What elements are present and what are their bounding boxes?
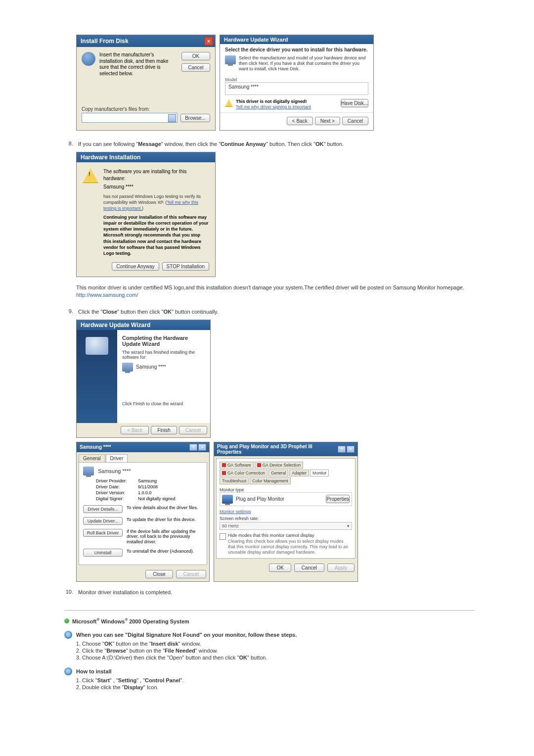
finish-button[interactable]: Finish [151, 426, 177, 434]
tab-driver[interactable]: Driver [106, 454, 128, 462]
monitor-large-icon [86, 337, 108, 355]
copy-from-label: Copy manufacturer's files from: [82, 106, 210, 112]
tab-adapter[interactable]: Adapter [289, 470, 309, 476]
rollback-driver-button[interactable]: Roll Back Driver [83, 529, 123, 537]
completing-wizard-dialog: Hardware Update Wizard Completing the Ha… [76, 320, 211, 438]
ifd-title: Install From Disk [81, 38, 129, 45]
apply-button: Apply [327, 564, 355, 572]
chevron-down-icon: ▾ [347, 523, 350, 528]
tab-general[interactable]: General [79, 454, 105, 462]
samsung-properties-dialog: Samsung **** ?× General Driver Samsung *… [76, 442, 210, 582]
tab-monitor[interactable]: Monitor [310, 470, 329, 476]
ok-button[interactable]: OK [269, 564, 291, 572]
back-button[interactable]: < Back [287, 117, 313, 125]
cancel-button[interactable]: Cancel [181, 63, 210, 72]
warning-icon [225, 99, 233, 107]
model-value: Samsung **** [225, 82, 368, 95]
model-label: Model [225, 77, 368, 82]
monitor-icon [222, 495, 233, 504]
close-icon[interactable]: × [204, 37, 213, 46]
back-button: < Back [121, 426, 149, 434]
install-from-disk-dialog: Install From Disk × Insert the manufactu… [76, 35, 216, 131]
monitor-settings-link[interactable]: Monitor settings [220, 509, 352, 514]
hide-modes-checkbox[interactable] [220, 533, 226, 540]
uninstall-button[interactable]: Uninstall [83, 549, 123, 557]
copy-from-combo[interactable] [82, 113, 178, 123]
step-10: 10. Monitor driver installation is compl… [64, 589, 475, 596]
tab-general[interactable]: General [268, 470, 288, 476]
hardware-update-wizard-select: Hardware Update Wizard Select the device… [220, 35, 374, 131]
cancel-button: Cancel [176, 570, 206, 578]
separator [64, 610, 475, 611]
cancel-button: Cancel [179, 426, 207, 434]
samsung-link[interactable]: http://www.samsung.com/ [76, 292, 138, 298]
monitor-icon [225, 55, 236, 64]
gear-icon [64, 667, 72, 675]
refresh-rate-combo[interactable]: 60 Hertz ▾ [220, 522, 352, 530]
continue-anyway-button[interactable]: Continue Anyway [112, 262, 159, 271]
os-heading: Microsoft® Windows® 2000 Operating Syste… [64, 617, 475, 624]
close-button[interactable]: Close [145, 570, 173, 578]
huw-warn-link[interactable]: Tell me why driver signing is important [236, 104, 311, 109]
tab-ga-color[interactable]: GA Color Correction [220, 470, 267, 476]
step-9: 9. Click the "Close" button then click "… [64, 308, 475, 316]
next-button[interactable]: Next > [315, 117, 340, 125]
tab-troubleshoot[interactable]: Troubleshoot [220, 477, 249, 484]
cancel-button[interactable]: Cancel [294, 564, 324, 572]
window-controls[interactable]: ?× [189, 444, 206, 451]
update-driver-button[interactable]: Update Driver... [83, 517, 123, 525]
note-block: This monitor driver is under certified M… [76, 284, 475, 299]
dsnf-heading: When you can see "Digital Signature Not … [64, 631, 475, 639]
driver-details-button[interactable]: Driver Details... [83, 505, 123, 513]
stop-installation-button[interactable]: STOP Installation [162, 262, 209, 271]
window-controls[interactable]: ?× [338, 446, 355, 453]
huw-subtitle: Select the device driver you want to ins… [220, 44, 373, 53]
huw-warn: This driver is not digitally signed! [236, 99, 311, 104]
tab-ga-device[interactable]: GA Device Selection [255, 462, 303, 469]
browse-button[interactable]: Browse... [180, 114, 210, 122]
cancel-button-wiz[interactable]: Cancel [342, 117, 368, 125]
howto-steps: Click "Start" , "Setting" , "Control Pan… [73, 677, 475, 690]
cw-title: Hardware Update Wizard [81, 322, 150, 329]
have-disk-button[interactable]: Have Disk... [341, 99, 368, 107]
ok-button[interactable]: OK [181, 52, 210, 60]
ifd-titlebar: Install From Disk × [77, 35, 215, 47]
huw-title: Hardware Update Wizard [220, 35, 373, 44]
hardware-installation-dialog: Hardware Installation The software you a… [76, 152, 216, 277]
monitor-icon [122, 363, 133, 372]
cw-heading: Completing the Hardware Update Wizard [122, 335, 205, 347]
hi-title: Hardware Installation [81, 154, 140, 161]
dsnf-steps: Choose "OK" button on the "Insert disk" … [73, 641, 475, 661]
gear-icon [64, 631, 72, 639]
warning-icon [83, 168, 98, 183]
disk-icon [82, 52, 95, 66]
monitor-icon [83, 467, 94, 475]
tab-color-management[interactable]: Color Management [250, 477, 290, 484]
howto-heading: How to install [64, 667, 475, 675]
properties-button[interactable]: Properties [326, 495, 350, 503]
step-8: 8. If you can see following "Message" wi… [64, 141, 475, 148]
pnp-monitor-properties-dialog: Plug and Play Monitor and 3D Prophet III… [214, 442, 358, 582]
huw-note: Select the manufacturer and model of you… [239, 55, 368, 71]
tab-ga-software[interactable]: GA Software [220, 462, 254, 469]
bullet-icon [64, 618, 69, 623]
ifd-instruction: Insert the manufacturer's installation d… [99, 52, 178, 77]
